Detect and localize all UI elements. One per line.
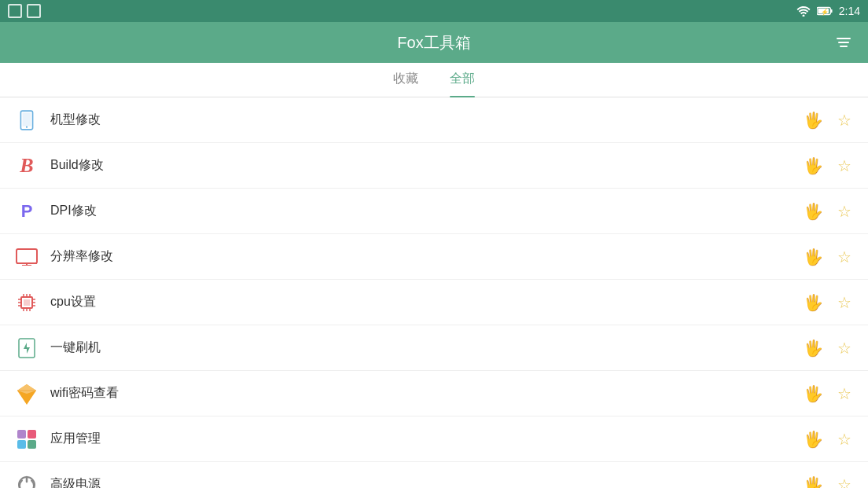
model-icon (13, 106, 41, 134)
flash-icon (13, 334, 41, 362)
star-button[interactable]: ☆ (833, 109, 855, 131)
resolution-icon (13, 243, 41, 271)
app-icon (13, 425, 41, 453)
list-item[interactable]: wifi密码查看 🖐 ☆ (0, 371, 868, 416)
tab-bar: 收藏 全部 (0, 63, 868, 97)
list-item[interactable]: 一键刷机 🖐 ☆ (0, 325, 868, 371)
pin-button[interactable]: 🖐 (802, 155, 824, 177)
battery-status-icon: ⚡ (817, 6, 833, 16)
list-item[interactable]: 高级电源 🖐 ☆ (0, 462, 868, 488)
svg-rect-32 (28, 440, 36, 449)
item-label: cpu设置 (50, 294, 802, 310)
item-label: Build修改 (50, 157, 802, 174)
item-label: DPI修改 (50, 203, 802, 219)
item-label: 分辨率修改 (50, 248, 802, 265)
item-actions: 🖐 ☆ (802, 109, 855, 131)
pin-button[interactable]: 🖐 (802, 337, 824, 359)
pin-button[interactable]: 🖐 (802, 383, 824, 405)
app-title: Fox工具箱 (397, 32, 470, 53)
filter-icon (837, 38, 851, 39)
pin-button[interactable]: 🖐 (802, 246, 824, 268)
item-actions: 🖐 ☆ (802, 474, 855, 489)
filter-button[interactable] (832, 33, 855, 52)
dpi-icon: P (13, 197, 41, 226)
svg-point-6 (26, 126, 28, 127)
star-button[interactable]: ☆ (833, 383, 855, 405)
tab-all[interactable]: 全部 (450, 63, 475, 97)
item-actions: 🖐 ☆ (802, 337, 855, 359)
pin-button[interactable]: 🖐 (802, 292, 824, 314)
svg-rect-5 (23, 112, 31, 126)
list-item[interactable]: B Build修改 🖐 ☆ (0, 143, 868, 189)
svg-rect-29 (17, 430, 26, 438)
star-button[interactable]: ☆ (833, 474, 855, 489)
item-actions: 🖐 ☆ (802, 155, 855, 177)
pin-button[interactable]: 🖐 (802, 200, 824, 222)
star-button[interactable]: ☆ (833, 337, 855, 359)
star-button[interactable]: ☆ (833, 428, 855, 450)
list-item[interactable]: cpu设置 🖐 ☆ (0, 280, 868, 325)
svg-rect-30 (28, 430, 36, 438)
star-button[interactable]: ☆ (833, 155, 855, 177)
svg-rect-1 (830, 9, 832, 13)
status-square-1 (8, 4, 22, 18)
svg-rect-31 (17, 440, 26, 449)
svg-rect-12 (24, 299, 30, 306)
item-actions: 🖐 ☆ (802, 200, 855, 222)
tab-favorites[interactable]: 收藏 (393, 63, 418, 97)
star-button[interactable]: ☆ (833, 292, 855, 314)
status-right: ⚡ 2:14 (796, 5, 860, 17)
pin-button[interactable]: 🖐 (802, 109, 824, 131)
filter-icon (838, 42, 849, 43)
pin-button[interactable]: 🖐 (802, 474, 824, 489)
status-bar: ⚡ 2:14 (0, 0, 868, 22)
power-icon (13, 471, 41, 489)
item-label: 应用管理 (50, 431, 802, 447)
item-actions: 🖐 ☆ (802, 383, 855, 405)
item-actions: 🖐 ☆ (802, 292, 855, 314)
star-button[interactable]: ☆ (833, 200, 855, 222)
status-left (8, 4, 41, 18)
app-header: Fox工具箱 (0, 22, 868, 63)
svg-rect-7 (17, 249, 37, 263)
list-item[interactable]: 应用管理 🖐 ☆ (0, 416, 868, 462)
filter-icon (840, 46, 848, 47)
wifi-status-icon (796, 6, 811, 17)
status-square-2 (27, 4, 41, 18)
item-label: 高级电源 (50, 476, 802, 488)
wifi-icon (13, 380, 41, 408)
list-item[interactable]: 分辨率修改 🖐 ☆ (0, 234, 868, 280)
list-item[interactable]: 机型修改 🖐 ☆ (0, 97, 868, 143)
cpu-icon (13, 288, 41, 317)
item-label: wifi密码查看 (50, 385, 802, 402)
list-item[interactable]: P DPI修改 🖐 ☆ (0, 189, 868, 234)
pin-button[interactable]: 🖐 (802, 428, 824, 450)
item-actions: 🖐 ☆ (802, 428, 855, 450)
star-button[interactable]: ☆ (833, 246, 855, 268)
item-actions: 🖐 ☆ (802, 246, 855, 268)
tools-list: 机型修改 🖐 ☆ B Build修改 🖐 ☆ P DPI修改 🖐 ☆ (0, 97, 868, 488)
item-label: 一键刷机 (50, 339, 802, 356)
build-icon: B (13, 152, 41, 180)
svg-text:⚡: ⚡ (820, 8, 829, 16)
item-label: 机型修改 (50, 112, 802, 128)
status-time: 2:14 (839, 5, 860, 17)
